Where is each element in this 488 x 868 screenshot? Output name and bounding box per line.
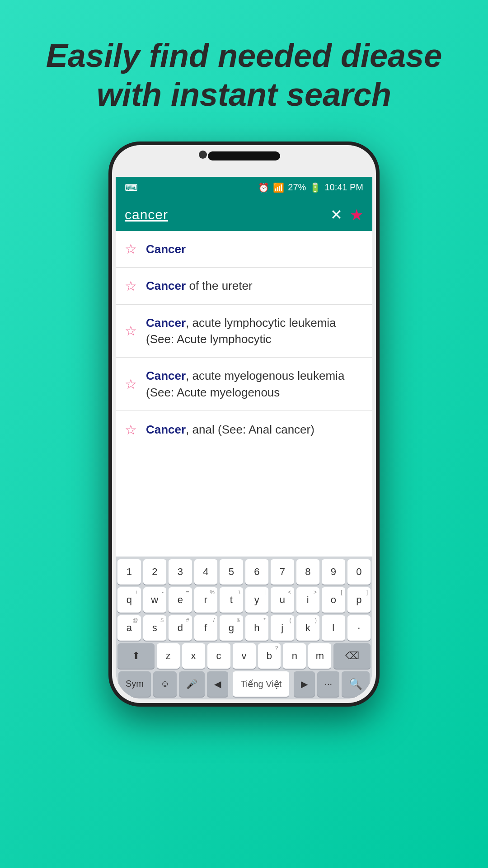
favorite-star-4[interactable]: ☆: [125, 376, 137, 392]
key-w[interactable]: w-: [143, 587, 167, 613]
screen: ⌨ ⏰ 📶 27% 🔋 10:41 PM cancer ✕ ★: [116, 177, 372, 699]
key-i[interactable]: i>: [296, 587, 320, 613]
favorite-star-3[interactable]: ☆: [125, 323, 137, 339]
key-m[interactable]: m: [308, 643, 331, 669]
alarm-icon: ⏰: [258, 182, 269, 193]
keyboard-row-qwerty: q+ w- e= r% t\ y| u< i> o[ p]: [117, 587, 371, 613]
results-list: ☆ Cancer ☆ Cancer of the ureter: [116, 231, 372, 557]
result-keyword-2: Cancer: [146, 279, 186, 292]
status-keyboard-icon: ⌨: [125, 182, 138, 193]
favorites-button[interactable]: ★: [350, 206, 363, 224]
key-n[interactable]: n: [283, 643, 306, 669]
favorite-star-1[interactable]: ☆: [125, 241, 137, 257]
key-a[interactable]: a@: [117, 615, 141, 641]
key-3[interactable]: 3: [169, 559, 192, 585]
result-item-1[interactable]: ☆ Cancer: [116, 231, 372, 268]
key-0[interactable]: 0: [347, 559, 371, 585]
key-dot[interactable]: ·: [347, 615, 371, 641]
key-b[interactable]: b?: [258, 643, 281, 669]
phone-speaker: [208, 151, 280, 160]
key-y[interactable]: y|: [245, 587, 269, 613]
key-sym[interactable]: Sym: [118, 671, 151, 697]
phone-shell: ⌨ ⏰ 📶 27% 🔋 10:41 PM cancer ✕ ★: [108, 142, 380, 707]
key-arrow-right[interactable]: ▶: [294, 671, 315, 697]
result-text-1: Cancer: [146, 241, 186, 257]
result-text-4: Cancer, acute myelogenous leukemia (See:…: [146, 368, 363, 401]
key-g[interactable]: g&: [220, 615, 243, 641]
keyboard[interactable]: 1 2 3 4 5 6 7 8 9 0 q: [116, 557, 372, 699]
clear-button[interactable]: ✕: [330, 206, 343, 223]
key-q[interactable]: q+: [117, 587, 141, 613]
key-u[interactable]: u<: [271, 587, 294, 613]
key-space[interactable]: Tiếng Việt: [233, 671, 289, 697]
result-text-3: Cancer, acute lymphocytic leukemia (See:…: [146, 315, 363, 348]
key-emoji[interactable]: ☺: [153, 671, 177, 697]
key-c[interactable]: c: [207, 643, 230, 669]
keyboard-row-asdf: a@ s$ d# f/ g& h* j( k) l ·: [117, 615, 371, 641]
key-p[interactable]: p]: [347, 587, 371, 613]
key-mic[interactable]: 🎤: [179, 671, 205, 697]
key-options[interactable]: ···: [317, 671, 339, 697]
key-s[interactable]: s$: [143, 615, 167, 641]
favorite-star-5[interactable]: ☆: [125, 422, 137, 438]
key-k[interactable]: k): [296, 615, 320, 641]
search-bar: cancer ✕ ★: [116, 198, 372, 231]
keyboard-row-numbers: 1 2 3 4 5 6 7 8 9 0: [117, 559, 371, 585]
key-7[interactable]: 7: [271, 559, 294, 585]
key-x[interactable]: x: [182, 643, 205, 669]
key-e[interactable]: e=: [169, 587, 192, 613]
key-8[interactable]: 8: [296, 559, 320, 585]
result-rest-2: of the ureter: [186, 279, 252, 292]
result-item-3[interactable]: ☆ Cancer, acute lymphocytic leukemia (Se…: [116, 305, 372, 358]
key-arrow-left[interactable]: ◀: [207, 671, 228, 697]
keyboard-row-bottom: Sym ☺ 🎤 ◀ Tiếng Việt ▶ ··· 🔍: [117, 671, 371, 697]
key-5[interactable]: 5: [220, 559, 243, 585]
search-input[interactable]: cancer: [125, 207, 323, 222]
result-keyword-5: Cancer: [146, 423, 186, 436]
headline-line1: Easily find needed diease: [46, 38, 442, 74]
key-j[interactable]: j(: [271, 615, 294, 641]
key-o[interactable]: o[: [322, 587, 345, 613]
key-search[interactable]: 🔍: [342, 671, 370, 697]
result-keyword-4: Cancer: [146, 369, 186, 382]
favorite-star-2[interactable]: ☆: [125, 278, 137, 294]
key-shift[interactable]: ⬆: [117, 643, 155, 669]
result-item-5[interactable]: ☆ Cancer, anal (See: Anal cancer): [116, 411, 372, 443]
key-h[interactable]: h*: [245, 615, 269, 641]
time-display: 10:41 PM: [324, 182, 363, 193]
result-keyword-3: Cancer: [146, 316, 186, 330]
background: Easily find needed diease with instant s…: [0, 0, 488, 868]
key-2[interactable]: 2: [143, 559, 167, 585]
result-rest-5: , anal (See: Anal cancer): [186, 423, 314, 436]
headline-line2: with instant search: [97, 76, 391, 113]
key-l[interactable]: l: [322, 615, 345, 641]
signal-icon: 📶: [273, 182, 284, 193]
result-text-2: Cancer of the ureter: [146, 278, 253, 294]
key-v[interactable]: v: [233, 643, 256, 669]
result-item-2[interactable]: ☆ Cancer of the ureter: [116, 268, 372, 304]
key-r[interactable]: r%: [194, 587, 218, 613]
key-t[interactable]: t\: [220, 587, 243, 613]
key-9[interactable]: 9: [322, 559, 345, 585]
result-item-4[interactable]: ☆ Cancer, acute myelogenous leukemia (Se…: [116, 358, 372, 411]
result-text-5: Cancer, anal (See: Anal cancer): [146, 421, 314, 438]
phone-inner: ⌨ ⏰ 📶 27% 🔋 10:41 PM cancer ✕ ★: [112, 145, 376, 703]
result-keyword-1: Cancer: [146, 242, 186, 256]
key-6[interactable]: 6: [245, 559, 269, 585]
key-4[interactable]: 4: [194, 559, 218, 585]
key-f[interactable]: f/: [194, 615, 218, 641]
key-delete[interactable]: ⌫: [333, 643, 371, 669]
headline: Easily find needed diease with instant s…: [19, 36, 469, 114]
key-d[interactable]: d#: [169, 615, 192, 641]
status-right-icons: ⏰ 📶 27% 🔋 10:41 PM: [258, 182, 363, 193]
key-z[interactable]: z: [157, 643, 180, 669]
phone-camera: [199, 151, 207, 159]
keyboard-row-zxcv: ⬆ z x c v b? n m ⌫: [117, 643, 371, 669]
status-bar: ⌨ ⏰ 📶 27% 🔋 10:41 PM: [116, 177, 372, 198]
phone-mockup: ⌨ ⏰ 📶 27% 🔋 10:41 PM cancer ✕ ★: [108, 142, 380, 707]
battery-percent: 27%: [288, 182, 306, 193]
battery-icon: 🔋: [310, 182, 321, 193]
key-1[interactable]: 1: [117, 559, 141, 585]
